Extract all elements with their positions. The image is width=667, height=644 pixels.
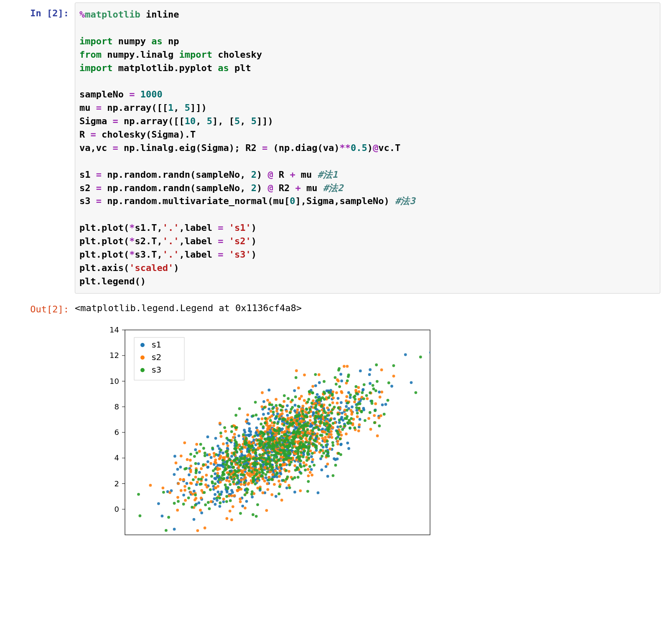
svg-point-88	[349, 396, 352, 399]
svg-point-1913	[357, 407, 360, 410]
svg-point-676	[249, 433, 252, 436]
code-input-area[interactable]: %matplotlib inline import numpy as np fr…	[75, 3, 660, 294]
svg-point-590	[334, 458, 337, 461]
svg-point-743	[296, 408, 299, 411]
svg-point-230	[340, 379, 343, 382]
svg-point-1426	[362, 397, 365, 400]
svg-point-835	[440, 344, 443, 347]
svg-point-755	[175, 461, 178, 464]
svg-point-1798	[354, 398, 356, 401]
svg-point-923	[303, 399, 306, 402]
svg-point-1954	[306, 401, 309, 404]
svg-point-1361	[240, 478, 243, 481]
svg-point-1532	[236, 462, 239, 465]
svg-point-1595	[302, 455, 305, 458]
svg-point-302	[161, 514, 164, 517]
svg-point-218	[318, 381, 321, 384]
svg-point-1662	[191, 506, 193, 509]
code-content[interactable]: %matplotlib inline import numpy as np fr…	[79, 8, 656, 288]
svg-point-1737	[219, 501, 222, 504]
svg-point-1570	[260, 422, 262, 425]
svg-point-1480	[162, 491, 165, 493]
svg-point-853	[239, 483, 242, 486]
svg-point-1441	[204, 452, 206, 455]
svg-point-2078	[319, 434, 322, 437]
svg-point-854	[270, 410, 272, 413]
svg-point-2036	[336, 430, 339, 433]
svg-point-2094	[392, 364, 395, 367]
svg-point-2038	[303, 424, 305, 427]
svg-point-426	[378, 391, 381, 394]
svg-point-1450	[372, 384, 374, 387]
svg-point-436	[210, 456, 213, 459]
svg-point-2021	[187, 496, 190, 499]
svg-point-1936	[183, 468, 186, 470]
svg-point-1997	[326, 432, 328, 435]
svg-point-2065	[323, 409, 326, 412]
svg-point-1629	[299, 464, 302, 467]
cell-output-text: Out[2]: <matplotlib.legend.Legend at 0x1…	[0, 296, 667, 542]
svg-point-1846	[278, 427, 281, 430]
svg-point-1875	[239, 512, 242, 515]
svg-point-2100	[262, 445, 265, 448]
svg-point-2076	[239, 473, 242, 476]
svg-point-1562	[346, 422, 349, 424]
svg-point-1476	[254, 483, 257, 486]
svg-point-1961	[332, 444, 335, 447]
svg-point-1866	[329, 418, 332, 421]
svg-point-2068	[200, 478, 203, 480]
svg-point-1262	[303, 461, 305, 464]
svg-point-1974	[225, 463, 228, 465]
svg-point-1671	[307, 480, 310, 483]
svg-point-1132	[379, 396, 382, 399]
svg-point-2062	[314, 440, 317, 442]
svg-point-765	[346, 365, 349, 368]
svg-point-978	[256, 429, 259, 432]
svg-point-1581	[228, 458, 231, 461]
svg-point-316	[216, 445, 219, 447]
svg-point-1388	[297, 386, 300, 389]
svg-point-991	[232, 505, 234, 508]
svg-point-1344	[190, 482, 193, 485]
svg-point-1721	[297, 476, 300, 479]
svg-point-1827	[323, 392, 326, 395]
svg-point-1919	[278, 485, 281, 488]
svg-point-880	[339, 431, 342, 434]
svg-point-768	[356, 415, 359, 418]
svg-point-1549	[328, 391, 331, 394]
svg-point-1404	[354, 389, 357, 392]
svg-point-1879	[233, 453, 236, 456]
svg-point-2121	[140, 368, 145, 372]
svg-point-1630	[222, 459, 225, 462]
svg-point-1858	[298, 446, 300, 449]
svg-point-25	[326, 475, 329, 478]
svg-point-1178	[194, 475, 197, 478]
svg-point-2054	[339, 437, 341, 440]
svg-point-1655	[300, 472, 303, 475]
svg-point-1493	[273, 421, 276, 424]
svg-point-2104	[258, 471, 261, 474]
svg-point-1514	[257, 439, 260, 442]
svg-point-1616	[218, 493, 221, 496]
svg-point-1664	[356, 403, 359, 406]
svg-point-2105	[265, 458, 268, 461]
svg-point-1750	[242, 473, 245, 476]
svg-point-2024	[275, 442, 278, 445]
svg-point-2049	[363, 383, 366, 386]
svg-point-1201	[328, 447, 331, 450]
svg-point-1286	[216, 472, 219, 475]
svg-point-1290	[302, 405, 305, 408]
svg-point-658	[214, 437, 217, 440]
svg-point-1946	[261, 440, 264, 443]
svg-point-554	[347, 447, 350, 450]
svg-point-1304	[200, 489, 203, 492]
svg-point-1700	[229, 499, 232, 502]
svg-point-1906	[374, 389, 377, 392]
svg-point-1408	[249, 455, 252, 457]
svg-point-2110	[298, 422, 301, 425]
svg-point-1959	[267, 457, 270, 460]
svg-point-344	[368, 373, 371, 376]
svg-point-1073	[183, 441, 186, 444]
svg-point-1901	[253, 468, 256, 471]
svg-point-400	[347, 391, 350, 394]
